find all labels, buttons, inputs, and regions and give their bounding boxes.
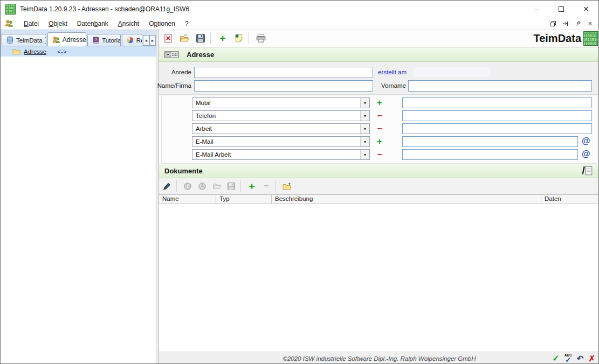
remove-contact-button[interactable]: − (374, 123, 385, 134)
menu-optionen[interactable]: Optionen (144, 19, 180, 29)
expand-icon[interactable]: + (45, 37, 46, 44)
main-toolbar: + TeimData 10110100101101001011010010110… (159, 30, 599, 47)
maximize-button[interactable] (549, 1, 574, 18)
mdi-pin-icon[interactable] (574, 19, 582, 27)
name-firma-label: Name/Firma (157, 82, 191, 89)
mdi-dock-icon[interactable] (561, 19, 569, 27)
users-icon (4, 19, 13, 28)
anrede-label: Anrede (171, 69, 191, 75)
contact-type-select[interactable]: Arbeit ▼ (192, 123, 370, 134)
add-contact-button[interactable]: + (374, 97, 385, 108)
cancel-icon[interactable]: ✗ (588, 354, 595, 363)
note-icon[interactable] (232, 31, 246, 45)
chevron-down-icon[interactable]: ▼ (360, 98, 369, 108)
anrede-input[interactable] (194, 67, 373, 78)
remove-document-icon-disabled: − (260, 180, 273, 193)
tree-item-suffix: <-> (57, 48, 66, 55)
minimize-button[interactable]: – (524, 1, 549, 18)
menu-objekt[interactable]: Objekt (44, 19, 72, 29)
contact-value-input[interactable] (402, 97, 592, 108)
save-icon[interactable] (194, 31, 208, 45)
contact-type-select[interactable]: E-Mail ▼ (192, 136, 370, 147)
document-pen-icon[interactable] (581, 165, 593, 176)
toolbar-separator (276, 180, 276, 192)
book-icon: ? (92, 36, 100, 44)
add-contact-button[interactable]: + (374, 136, 385, 147)
toolbar-separator (176, 180, 177, 192)
selected-contact-type: Mobil (192, 100, 360, 106)
column-header-name[interactable]: Name (159, 195, 216, 204)
column-header-typ[interactable]: Typ (216, 195, 272, 204)
chevron-down-icon[interactable]: ▼ (360, 150, 369, 159)
name-firma-input[interactable] (194, 80, 373, 92)
contact-type-select[interactable]: E-Mail Arbeit ▼ (192, 149, 370, 160)
section-title: Adresse (187, 51, 214, 59)
delete-record-icon[interactable] (161, 31, 175, 45)
navigation-panel: Adresse <-> (1, 46, 156, 364)
contact-type-select[interactable]: Telefon ▼ (192, 110, 370, 121)
app-icon: 1011010010110100101101001011010010110100… (5, 4, 16, 15)
contact-row: Telefon ▼ − (159, 110, 599, 121)
tree-item-label[interactable]: Adresse (24, 48, 46, 55)
remove-contact-button[interactable]: − (374, 110, 385, 121)
form-area: Adresse Anrede erstellt am Name/Firma Vo… (159, 47, 599, 352)
validate-check-icon[interactable]: ✓ (552, 353, 559, 363)
chevron-down-icon[interactable]: ▼ (360, 124, 369, 134)
tab-label: TeimData (16, 37, 43, 44)
sign-pen-icon[interactable] (161, 180, 174, 193)
selected-contact-type: E-Mail (192, 138, 360, 145)
contact-value-input[interactable] (402, 110, 592, 121)
chevron-down-icon[interactable]: ▼ (360, 137, 369, 146)
selected-contact-type: E-Mail Arbeit (192, 151, 360, 158)
spellcheck-icon[interactable]: ABC ✓ (564, 354, 572, 363)
column-header-daten[interactable]: Daten (541, 195, 599, 204)
selected-contact-type: Telefon (192, 113, 360, 119)
menu-datei[interactable]: Datei (19, 19, 44, 29)
tab-tutorial[interactable]: ? Tutorial (87, 34, 120, 46)
undo-icon[interactable]: ↶ (577, 354, 584, 363)
email-value-input[interactable] (402, 149, 578, 160)
dokumente-section-header: Dokumente (159, 164, 599, 178)
add-folder-icon[interactable] (280, 180, 293, 193)
open-document-icon-disabled (210, 180, 223, 193)
svg-text:?: ? (95, 37, 98, 42)
toolbar-separator (240, 180, 241, 192)
selected-contact-type: Arbeit (192, 125, 360, 132)
documents-table-body[interactable] (159, 204, 599, 352)
mdi-restore-icon[interactable] (549, 19, 557, 27)
column-header-beschreibung[interactable]: Beschreibung (272, 195, 541, 204)
tab-teimdata[interactable]: TeimData + (2, 34, 46, 46)
menu-datenbank[interactable]: Datenbank (72, 19, 113, 29)
documents-table-header: Name Typ Beschreibung Daten (159, 194, 599, 204)
chart-icon-disabled (196, 180, 209, 193)
add-document-icon[interactable]: + (245, 180, 258, 193)
contact-type-select[interactable]: Mobil ▼ (192, 97, 370, 108)
adresse-section-header: Adresse (159, 47, 599, 62)
open-folder-icon[interactable] (177, 31, 191, 45)
toolbar-separator (249, 32, 249, 44)
chevron-down-icon[interactable]: ▼ (360, 111, 369, 121)
email-value-input[interactable] (402, 136, 578, 147)
mdi-close-icon[interactable]: × (586, 19, 594, 27)
tab-scroll-right-icon[interactable]: ► (149, 35, 156, 46)
add-record-icon[interactable]: + (216, 31, 230, 45)
print-icon[interactable] (254, 31, 268, 45)
contact-row: Mobil ▼ + (159, 97, 599, 108)
close-button[interactable]: × (574, 1, 598, 18)
remove-contact-button[interactable]: − (374, 149, 385, 160)
at-icon[interactable]: @ (582, 136, 590, 146)
brand-name: TeimData (533, 32, 581, 45)
menu-help[interactable]: ? (180, 19, 194, 29)
tab-scroll-left-icon[interactable]: ◄ (143, 35, 149, 46)
at-icon[interactable]: @ (582, 149, 590, 159)
tab-label: Adressen (63, 36, 86, 44)
contact-value-input[interactable] (402, 123, 592, 134)
tab-adressen[interactable]: Adressen (47, 32, 86, 46)
section-title: Dokumente (164, 167, 203, 175)
menu-ansicht[interactable]: Ansicht (113, 19, 144, 29)
tab-reports[interactable]: Re (122, 34, 142, 46)
tree-item-adresse[interactable]: Adresse <-> (1, 46, 156, 57)
info-icon-disabled: i (181, 180, 194, 193)
vorname-input[interactable] (408, 80, 592, 92)
combo-widget-icon (164, 51, 179, 58)
